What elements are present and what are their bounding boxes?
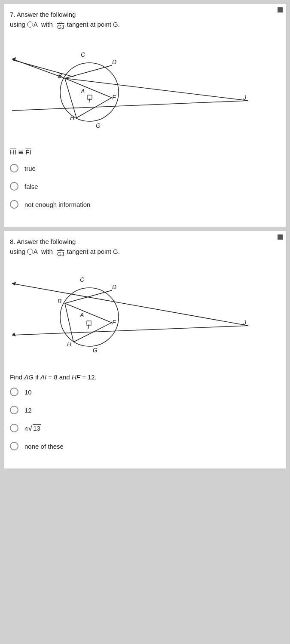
option-8-none: none of these [10, 442, 280, 450]
svg-line-22 [12, 283, 248, 326]
arc-symbol-8: ⌢ GJ [57, 247, 64, 257]
svg-line-6 [65, 65, 112, 78]
question-7-subheader: using A with ⌢ GJ tangent at point G. [10, 20, 280, 30]
question-8-subheader: using A with ⌢ GJ tangent at point G. [10, 247, 280, 257]
svg-text:I: I [89, 97, 90, 104]
option-8-sqrt: 4√13 [10, 424, 280, 432]
circle-a-symbol-8: A [27, 247, 38, 257]
svg-text:D: D [112, 283, 116, 290]
flag-icon-7[interactable] [278, 7, 283, 12]
circle-symbol-8 [27, 249, 33, 255]
diagram-svg-7: C D B A I F H G J [10, 34, 250, 146]
diagram-7: C D B A I F H G J [10, 34, 280, 146]
svg-text:G: G [93, 347, 98, 354]
radio-8-12[interactable] [10, 406, 18, 414]
option-8-10: 10 [10, 388, 280, 396]
option-7-true: true [10, 164, 280, 173]
option-7-false: false [10, 182, 280, 191]
svg-text:H: H [67, 341, 72, 348]
svg-line-4 [12, 59, 65, 78]
sqrt-label: 4√13 [24, 424, 41, 432]
radio-7-true[interactable] [10, 164, 18, 173]
arc-symbol-7: ⌢ GJ [57, 20, 64, 30]
svg-text:H: H [70, 114, 75, 121]
question-7-header: 7. Answer the following [10, 10, 280, 19]
question-8-header: 8. Answer the following [10, 237, 280, 246]
circle-symbol-7 [27, 22, 33, 28]
svg-text:I: I [88, 323, 89, 330]
question-8-card: 8. Answer the following using A with ⌢ G… [3, 231, 287, 469]
svg-text:B: B [58, 72, 62, 79]
svg-line-27 [65, 303, 112, 323]
svg-text:J: J [243, 319, 247, 326]
svg-line-25 [65, 290, 112, 303]
svg-text:A: A [80, 88, 85, 95]
question-7-statement: HI ≅ FI [10, 148, 280, 156]
diagram-svg-8: C D B A I F H G J [10, 261, 250, 371]
circle-a-symbol-7: A [27, 20, 38, 30]
svg-line-7 [65, 78, 76, 118]
radio-7-false[interactable] [10, 182, 18, 191]
flag-icon-8[interactable] [278, 234, 283, 240]
svg-text:B: B [58, 298, 61, 305]
svg-marker-24 [12, 333, 16, 336]
option-8-12: 12 [10, 406, 280, 414]
radio-8-none[interactable] [10, 442, 18, 450]
svg-text:J: J [243, 94, 247, 101]
radio-7-nei[interactable] [10, 200, 18, 209]
svg-line-1 [12, 101, 248, 111]
svg-text:F: F [112, 94, 116, 101]
svg-text:C: C [80, 276, 85, 283]
svg-text:C: C [81, 51, 85, 58]
radio-8-sqrt[interactable] [10, 424, 18, 432]
svg-text:F: F [112, 319, 116, 326]
question-8-find: Find AG if AI = 8 and HF = 12. [10, 373, 280, 381]
radio-8-10[interactable] [10, 388, 18, 396]
svg-marker-23 [12, 282, 16, 286]
svg-line-21 [12, 326, 248, 335]
question-7-card: 7. Answer the following using A with ⌢ G… [3, 3, 287, 227]
svg-line-26 [65, 303, 73, 342]
svg-text:A: A [79, 311, 84, 318]
option-7-nei: not enough information [10, 200, 280, 209]
svg-text:D: D [112, 59, 116, 65]
diagram-8: C D B A I F H G J [10, 261, 280, 371]
svg-text:G: G [96, 122, 101, 129]
